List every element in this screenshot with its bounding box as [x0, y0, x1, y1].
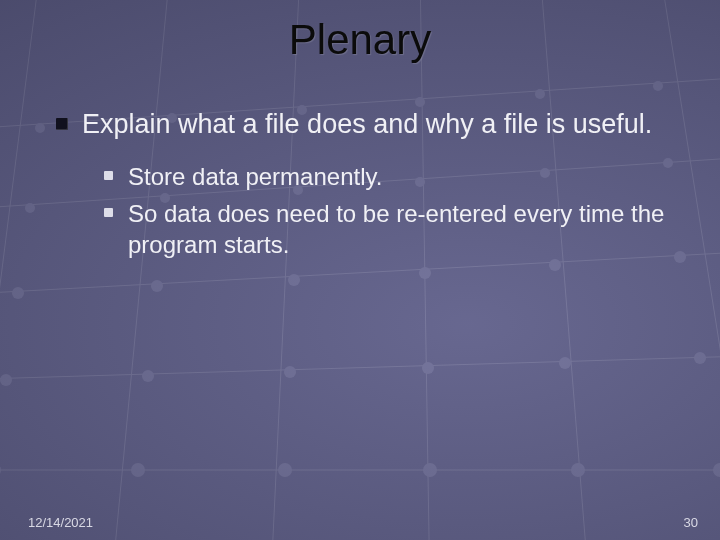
slide: Plenary Explain what a file does and why… — [0, 0, 720, 540]
slide-footer: 12/14/2021 30 — [28, 515, 698, 530]
slide-title-text: Plenary — [289, 16, 431, 63]
slide-title: Plenary — [0, 16, 720, 64]
slide-number: 30 — [684, 515, 698, 530]
bullet-level2: Store data permanently. — [104, 161, 680, 192]
bullet-level1-text: Explain what a file does and why a file … — [82, 109, 652, 139]
bullet-level2-text: Store data permanently. — [128, 163, 382, 190]
bullet-level2: So data does need to be re-entered every… — [104, 198, 680, 260]
footer-date: 12/14/2021 — [28, 515, 93, 530]
bullet-level2-text: So data does need to be re-entered every… — [128, 200, 664, 258]
background-shade — [0, 0, 720, 540]
sub-bullet-list: Store data permanently. So data does nee… — [104, 161, 680, 261]
slide-content: Explain what a file does and why a file … — [56, 108, 680, 267]
bullet-level1: Explain what a file does and why a file … — [56, 108, 680, 141]
